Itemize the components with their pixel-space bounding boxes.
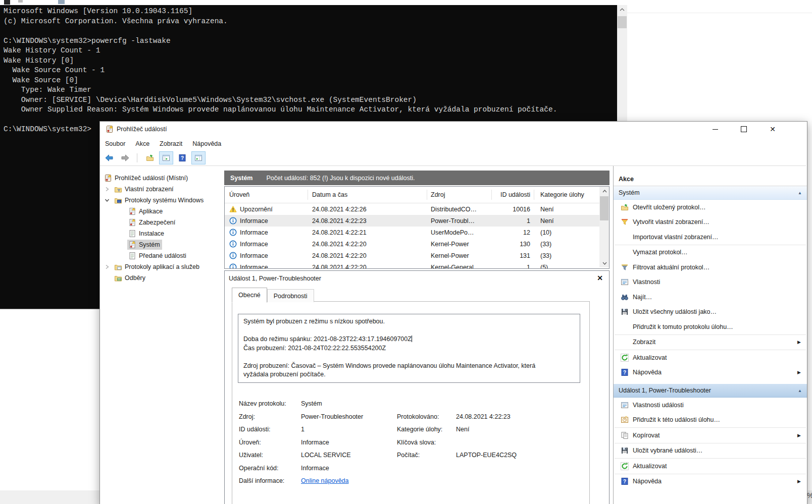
tree-item[interactable]: Systém	[100, 239, 223, 250]
online-help-link[interactable]: Online nápověda	[301, 475, 349, 488]
tree-node[interactable]: Vlastní zobrazení	[113, 184, 176, 194]
action-item[interactable]: Uložit všechny události jako…	[614, 305, 807, 320]
list-scrollbar[interactable]	[599, 187, 609, 267]
action-item[interactable]: Vytvořit vlastní zobrazení…	[614, 215, 807, 230]
action-item[interactable]: ?Nápověda▶	[614, 474, 807, 489]
action-item[interactable]: ?Nápověda▶	[614, 365, 807, 380]
action-item[interactable]: Aktualizovat	[614, 459, 807, 474]
minimize-button[interactable]	[703, 122, 727, 137]
action-item[interactable]: Přidružit k této události úlohu…	[614, 413, 807, 428]
action-item[interactable]: Vlastnosti události	[614, 398, 807, 413]
action-item-label: Nápověda	[633, 478, 662, 485]
tab-obecné[interactable]: Obecné	[232, 288, 267, 303]
level-cell: Upozornění	[225, 203, 308, 215]
action-item[interactable]: Otevřít uložený protokol…	[614, 200, 807, 215]
action-item[interactable]: Kopírovat▶	[614, 428, 807, 443]
action-item[interactable]: Filtrovat aktuální protokol…	[614, 260, 807, 275]
scroll-up-icon[interactable]	[617, 5, 627, 14]
tree-node[interactable]: Prohlížeč událostí (Místní)	[103, 173, 190, 183]
level-text: Informace	[240, 241, 268, 248]
tree-item[interactable]: Protokoly aplikací a služeb	[100, 261, 223, 272]
tree-item[interactable]: Předané události	[100, 250, 223, 261]
tree-item[interactable]: Aplikace	[100, 206, 223, 217]
tree-item[interactable]: Prohlížeč událostí (Místní)	[100, 173, 223, 184]
collapse-arrow-icon[interactable]: ▲	[798, 191, 802, 195]
tree-item[interactable]: Instalace	[100, 228, 223, 239]
svg-text:?: ?	[623, 370, 626, 375]
action-section-header[interactable]: Systém▲	[614, 186, 807, 200]
scroll-down-icon[interactable]	[599, 259, 610, 267]
cell: Power-Troubl…	[427, 215, 491, 227]
column-separator[interactable]	[308, 190, 308, 200]
tree-node[interactable]: Protokoly systému Windows	[113, 195, 206, 205]
open-saved-log-button[interactable]	[143, 151, 157, 164]
event-message[interactable]: Systém byl probuzen z režimu s nízkou sp…	[238, 314, 580, 383]
action-item[interactable]: Aktualizovat	[614, 350, 807, 365]
warning-icon	[229, 205, 237, 213]
tree-node[interactable]: Protokoly aplikací a služeb	[113, 262, 201, 272]
preview-close-icon[interactable]: ✕	[597, 274, 603, 282]
column-header[interactable]: ID události	[491, 187, 534, 203]
tree-item[interactable]: Vlastní zobrazení	[100, 184, 223, 195]
forward-button[interactable]	[118, 151, 132, 164]
tree-item[interactable]: Zabezpečení	[100, 217, 223, 228]
cmd-scrollbar-thumb[interactable]	[618, 16, 627, 28]
expander-collapsed-icon[interactable]	[104, 186, 110, 192]
tree-node[interactable]: Aplikace	[127, 206, 165, 216]
table-row[interactable]: Informace24.08.2021 4:22:23Power-Troubl……	[225, 215, 599, 227]
menu-item-0[interactable]: Soubor	[100, 140, 130, 147]
maximize-button[interactable]	[732, 122, 755, 137]
action-item[interactable]: Vymazat protokol…	[614, 245, 807, 260]
cell: 10016	[491, 203, 534, 215]
action-item[interactable]: Vlastnosti	[614, 275, 807, 290]
menu-item-3[interactable]: Nápověda	[187, 140, 226, 147]
table-row[interactable]: Informace24.08.2021 4:22:20Kernel-Genera…	[225, 261, 599, 268]
action-item[interactable]: Uložit vybrané události…	[614, 443, 807, 459]
list-scrollbar-thumb[interactable]	[600, 196, 608, 220]
back-button[interactable]	[102, 151, 116, 164]
scroll-up-icon[interactable]	[599, 187, 610, 195]
tree-node[interactable]: Předané události	[127, 251, 188, 261]
help-button[interactable]: ?	[175, 151, 189, 164]
action-item[interactable]: Najít…	[614, 290, 807, 305]
message-line	[243, 353, 575, 362]
show-action-pane-button[interactable]	[191, 151, 206, 164]
close-button[interactable]: ✕	[761, 122, 784, 137]
column-header[interactable]: Zdroj	[427, 187, 491, 203]
tab-podrobnosti[interactable]: Podrobnosti	[267, 289, 314, 302]
action-section: Událost 1, Power-Troubleshooter▲Vlastnos…	[614, 384, 807, 489]
expander-collapsed-icon[interactable]	[104, 264, 110, 270]
table-row[interactable]: Informace24.08.2021 4:22:21UserModePo…12…	[225, 227, 599, 238]
tree-node[interactable]: Odběry	[113, 273, 147, 283]
column-separator[interactable]	[491, 190, 492, 200]
menu-item-1[interactable]: Akce	[130, 140, 155, 147]
action-item[interactable]: Přidružit k tomuto protokolu úlohu…	[614, 319, 807, 334]
titlebar[interactable]: Prohlížeč událostí ✕	[100, 122, 806, 137]
property-row: Název protokolu:Systém	[232, 398, 589, 411]
tree-item[interactable]: Protokoly systému Windows	[100, 195, 223, 206]
tree-node[interactable]: Systém	[127, 240, 162, 250]
column-header[interactable]: Kategorie úlohy	[534, 187, 598, 203]
action-item-label: Vlastnosti události	[633, 402, 684, 409]
column-header[interactable]: Datum a čas	[308, 187, 427, 203]
property-value: 1	[301, 423, 304, 436]
list-header: ÚroveňDatum a časZdrojID událostiKategor…	[225, 187, 609, 203]
tree-item[interactable]: Odběry	[100, 272, 223, 284]
menu-item-2[interactable]: Zobrazit	[155, 140, 187, 147]
table-row[interactable]: Informace24.08.2021 4:22:20Kernel-Power1…	[225, 250, 599, 261]
column-header[interactable]: Úroveň	[225, 187, 308, 203]
expander-expanded-icon[interactable]	[104, 197, 110, 203]
collapse-arrow-icon[interactable]: ▲	[798, 388, 802, 393]
table-row[interactable]: Informace24.08.2021 4:22:20Kernel-Power1…	[225, 238, 599, 250]
table-row[interactable]: Upozornění24.08.2021 4:22:26DistributedC…	[225, 203, 599, 215]
tree-node[interactable]: Instalace	[127, 229, 166, 239]
action-section-header[interactable]: Událost 1, Power-Troubleshooter▲	[614, 384, 807, 398]
property-label: Protokolováno:	[397, 411, 439, 424]
column-separator[interactable]	[534, 190, 534, 200]
action-item[interactable]: Importovat vlastní zobrazení…	[614, 230, 807, 245]
show-console-tree-button[interactable]	[159, 151, 173, 164]
action-item[interactable]: Zobrazit▶	[614, 335, 807, 350]
column-separator[interactable]	[427, 190, 427, 200]
action-item-label: Importovat vlastní zobrazení…	[633, 234, 719, 241]
tree-node[interactable]: Zabezpečení	[127, 217, 177, 228]
